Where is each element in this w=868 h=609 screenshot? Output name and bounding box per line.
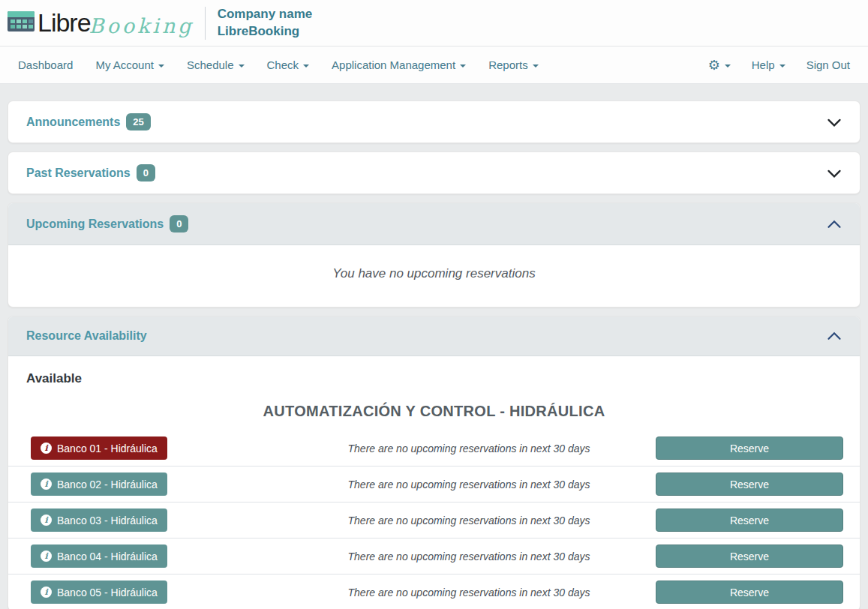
gear-icon: ⚙ — [708, 58, 720, 72]
resource-button[interactable]: i Banco 01 - Hidráulica — [31, 436, 167, 460]
resource-button[interactable]: i Banco 05 - Hidráulica — [31, 580, 167, 604]
resource-name: Banco 05 - Hidráulica — [57, 586, 158, 598]
resource-row: i Banco 03 - Hidráulica There are no upc… — [8, 502, 860, 538]
announcements-panel: Announcements 25 — [8, 100, 860, 143]
caret-down-icon — [460, 64, 466, 68]
resource-name: Banco 02 - Hidráulica — [57, 478, 158, 490]
upcoming-reservations-count-badge: 0 — [170, 215, 188, 232]
settings-gear-menu[interactable]: ⚙ — [708, 58, 731, 72]
resource-row: i Banco 01 - Hidráulica There are no upc… — [8, 430, 860, 466]
upcoming-reservations-panel: Upcoming Reservations 0 You have no upco… — [8, 202, 860, 308]
resource-availability-panel: Resource Availability Available AUTOMATI… — [8, 316, 860, 609]
nav-item-sign-out[interactable]: Sign Out — [806, 58, 850, 71]
caret-down-icon — [158, 64, 164, 68]
resource-name: Banco 01 - Hidráulica — [57, 442, 158, 454]
dashboard-page: Announcements 25 Past Reservations 0 Upc… — [0, 84, 868, 609]
calendar-logo-icon — [6, 8, 36, 38]
panel-title: Resource Availability — [26, 329, 147, 343]
reserve-button[interactable]: Reserve — [656, 472, 843, 496]
info-icon: i — [41, 478, 52, 490]
reserve-button[interactable]: Reserve — [656, 580, 843, 604]
resource-availability-header[interactable]: Resource Availability — [8, 316, 860, 356]
resource-group-title: AUTOMATIZACIÓN Y CONTROL - HIDRÁULICA — [8, 403, 860, 420]
header-divider — [205, 7, 206, 40]
past-reservations-count-badge: 0 — [137, 164, 155, 182]
caret-down-icon — [779, 64, 785, 68]
main-nav: Dashboard My Account Schedule Check Appl… — [0, 46, 868, 84]
past-reservations-header[interactable]: Past Reservations 0 — [8, 152, 860, 194]
row-no-reservations-message: There are no upcoming reservations in ne… — [282, 478, 656, 490]
panel-title: Announcements — [26, 116, 120, 129]
nav-item-dashboard[interactable]: Dashboard — [18, 58, 73, 71]
nav-item-help[interactable]: Help — [752, 58, 785, 71]
panel-title: Upcoming Reservations — [26, 218, 164, 231]
announcements-count-badge: 25 — [126, 113, 150, 130]
info-icon: i — [41, 550, 52, 562]
upcoming-reservations-header[interactable]: Upcoming Reservations 0 — [8, 203, 860, 245]
company-name-block: Company name LibreBooking — [218, 6, 313, 40]
past-reservations-panel: Past Reservations 0 — [8, 152, 860, 194]
resource-row: i Banco 05 - Hidráulica There are no upc… — [8, 574, 860, 609]
reserve-button[interactable]: Reserve — [656, 508, 843, 532]
nav-item-check[interactable]: Check — [267, 58, 310, 71]
resource-availability-body: Available AUTOMATIZACIÓN Y CONTROL - HID… — [8, 356, 860, 609]
caret-down-icon — [239, 64, 245, 68]
row-no-reservations-message: There are no upcoming reservations in ne… — [282, 586, 656, 598]
info-icon: i — [41, 442, 52, 454]
nav-right: ⚙ Help Sign Out — [687, 58, 850, 72]
nav-item-my-account[interactable]: My Account — [95, 58, 164, 71]
info-icon: i — [41, 586, 52, 598]
row-no-reservations-message: There are no upcoming reservations in ne… — [282, 550, 656, 562]
resource-button[interactable]: i Banco 04 - Hidráulica — [31, 544, 167, 568]
panel-title: Past Reservations — [26, 166, 131, 180]
nav-item-schedule[interactable]: Schedule — [187, 58, 245, 71]
nav-item-reports[interactable]: Reports — [488, 58, 539, 71]
caret-down-icon — [725, 64, 731, 68]
app-header: Libre Booking Company name LibreBooking — [0, 0, 868, 46]
announcements-header[interactable]: Announcements 25 — [8, 101, 860, 142]
reserve-button[interactable]: Reserve — [656, 544, 843, 568]
caret-down-icon — [533, 64, 539, 68]
chevron-up-icon[interactable] — [827, 217, 842, 232]
row-no-reservations-message: There are no upcoming reservations in ne… — [282, 442, 656, 454]
logo-text-booking: Booking — [89, 14, 194, 38]
reserve-button[interactable]: Reserve — [656, 436, 843, 460]
resource-name: Banco 03 - Hidráulica — [57, 514, 158, 526]
resource-row: i Banco 04 - Hidráulica There are no upc… — [8, 538, 860, 574]
company-name-line1: Company name — [218, 6, 313, 23]
available-heading: Available — [8, 371, 860, 386]
chevron-up-icon[interactable] — [827, 328, 842, 344]
chevron-down-icon[interactable] — [827, 115, 842, 130]
resource-row: i Banco 02 - Hidráulica There are no upc… — [8, 466, 860, 502]
nav-left: Dashboard My Account Schedule Check Appl… — [18, 58, 561, 71]
resource-button[interactable]: i Banco 02 - Hidráulica — [31, 472, 167, 496]
resource-button[interactable]: i Banco 03 - Hidráulica — [31, 508, 167, 532]
caret-down-icon — [303, 64, 309, 68]
nav-item-application-management[interactable]: Application Management — [332, 58, 466, 71]
resource-name: Banco 04 - Hidráulica — [57, 550, 158, 562]
row-no-reservations-message: There are no upcoming reservations in ne… — [282, 514, 656, 526]
upcoming-reservations-body: You have no upcoming reservations — [8, 245, 860, 307]
no-upcoming-message: You have no upcoming reservations — [332, 266, 535, 280]
logo[interactable]: Libre Booking — [6, 8, 194, 38]
info-icon: i — [41, 514, 52, 526]
resource-list: i Banco 01 - Hidráulica There are no upc… — [8, 430, 860, 609]
logo-text-libre: Libre — [38, 8, 91, 38]
company-name-line2: LibreBooking — [218, 23, 313, 40]
chevron-down-icon[interactable] — [827, 166, 842, 181]
